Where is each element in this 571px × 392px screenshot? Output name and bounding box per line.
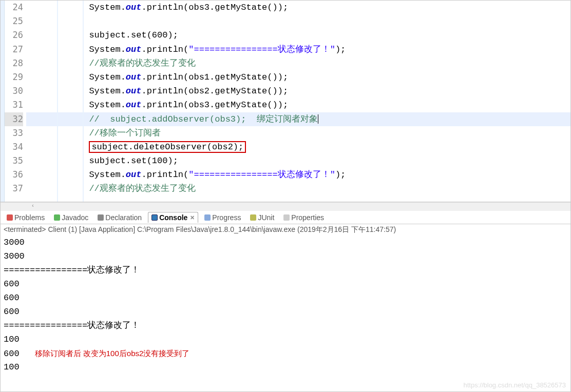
highlighted-code-box: subject.deleteObserver(obs2);: [89, 141, 246, 153]
code-token: subject.set(100);: [89, 156, 178, 166]
code-line[interactable]: //观察者的状态发生了变化: [26, 56, 570, 70]
line-number: 35: [5, 154, 23, 168]
code-token: //观察者的状态发生了变化: [89, 184, 195, 193]
text-cursor: [318, 114, 318, 124]
line-number: 36: [5, 168, 23, 182]
code-area[interactable]: System.out.println(obs3.getMyState()); s…: [26, 1, 570, 202]
line-number: 33: [5, 126, 23, 140]
views-tab-bar[interactable]: ProblemsJavadocDeclarationConsole✕Progre…: [1, 211, 570, 224]
line-number: 25: [5, 14, 23, 28]
code-line[interactable]: subject.set(100);: [26, 154, 570, 168]
code-token: .println(obs1.getMyState());: [141, 72, 288, 82]
code-token: );: [335, 45, 346, 54]
tab-label: Properties: [291, 213, 324, 222]
code-token: "================状态修改了！": [188, 170, 335, 180]
code-token: // subject.addObserver(obs3); 绑定订阅者对象: [89, 114, 317, 124]
console-line: ================状态修改了！: [4, 319, 570, 332]
props-icon: [283, 214, 290, 221]
line-number: 27: [5, 43, 23, 56]
code-token: .println(: [141, 170, 188, 180]
console-line: 100: [4, 332, 570, 346]
code-line[interactable]: System.out.println(obs2.getMyState());: [26, 84, 570, 98]
code-token: );: [335, 170, 346, 180]
code-token: .println(obs2.getMyState());: [141, 86, 288, 96]
line-number: 26: [5, 28, 23, 42]
console-line: 600: [4, 305, 570, 319]
code-line[interactable]: subject.set(600);: [26, 28, 570, 42]
tab-declaration[interactable]: Declaration: [94, 212, 145, 223]
code-line[interactable]: [26, 14, 570, 28]
tab-problems[interactable]: Problems: [4, 212, 48, 223]
code-line[interactable]: subject.deleteObserver(obs2);: [26, 140, 570, 154]
code-token: System.: [89, 72, 125, 82]
tab-junit[interactable]: JUnit: [247, 212, 277, 223]
tab-label: Javadoc: [62, 213, 88, 222]
code-token: "================状态修改了！": [188, 45, 335, 54]
code-token: subject.set(600);: [89, 30, 178, 40]
code-token: .println(: [141, 45, 188, 54]
code-token: //移除一个订阅者: [89, 128, 160, 138]
progress-icon: [204, 214, 211, 221]
code-line[interactable]: System.out.println("================状态修改…: [26, 43, 570, 56]
code-token: out: [126, 72, 142, 82]
tab-label: Console: [159, 213, 187, 222]
console-output[interactable]: 30003000================状态修改了！600600600=…: [1, 236, 570, 374]
tab-progress[interactable]: Progress: [201, 212, 244, 223]
code-token: System.: [89, 170, 125, 180]
code-line[interactable]: System.out.println("================状态修改…: [26, 168, 570, 182]
console-line: 3000: [4, 249, 570, 263]
line-number-gutter: 2425262728293031323334353637: [5, 1, 26, 202]
code-token: System.: [89, 45, 125, 54]
tab-label: JUnit: [258, 213, 274, 222]
tab-properties[interactable]: Properties: [280, 212, 327, 223]
watermark-text: https://blog.csdn.net/qq_38526573: [464, 381, 566, 389]
code-token: out: [126, 86, 142, 96]
scroll-left-icon[interactable]: ‹: [31, 203, 39, 210]
console-line: 600: [4, 291, 570, 305]
console-icon: [151, 214, 158, 221]
code-line[interactable]: //移除一个订阅者: [26, 126, 570, 140]
line-number: 24: [5, 1, 23, 14]
tab-console[interactable]: Console✕: [148, 212, 198, 223]
code-line[interactable]: System.out.println(obs3.getMyState());: [26, 1, 570, 14]
code-line[interactable]: // subject.addObserver(obs3); 绑定订阅者对象: [26, 112, 570, 126]
console-line: 3000: [4, 236, 570, 249]
code-token: out: [126, 100, 142, 110]
tab-label: Progress: [212, 213, 241, 222]
code-line[interactable]: //观察者的状态发生了变化: [26, 182, 570, 195]
line-number: 28: [5, 56, 23, 70]
code-token: System.: [89, 100, 125, 110]
tab-javadoc[interactable]: Javadoc: [51, 212, 91, 223]
code-token: System.: [89, 3, 125, 12]
junit-icon: [250, 214, 256, 221]
tab-label: Problems: [14, 213, 45, 222]
code-token: subject.deleteObserver(obs2);: [91, 142, 243, 152]
line-number: 37: [5, 182, 23, 195]
decl-icon: [98, 214, 104, 221]
line-number: 29: [5, 70, 23, 84]
horizontal-scrollbar[interactable]: ‹: [1, 202, 570, 211]
code-line[interactable]: System.out.println(obs1.getMyState());: [26, 70, 570, 84]
line-number: 34: [5, 140, 23, 154]
code-line[interactable]: System.out.println(obs3.getMyState());: [26, 98, 570, 112]
line-number: 30: [5, 84, 23, 98]
indent-guide: [83, 1, 84, 202]
line-number: 32: [5, 112, 23, 126]
code-token: .println(obs3.getMyState());: [141, 100, 288, 110]
console-line: 600: [4, 277, 570, 291]
line-number: 31: [5, 98, 23, 112]
close-icon[interactable]: ✕: [190, 214, 195, 221]
console-line: ================状态修改了！: [4, 263, 570, 277]
tab-label: Declaration: [105, 213, 142, 222]
code-token: out: [126, 170, 142, 180]
code-token: .println(obs3.getMyState());: [141, 3, 288, 12]
code-editor[interactable]: 2425262728293031323334353637 System.out.…: [1, 1, 570, 202]
console-line: 100: [4, 360, 570, 374]
editor-left-margin: [1, 1, 5, 202]
code-token: out: [126, 45, 142, 54]
code-token: out: [126, 3, 142, 12]
javadoc-icon: [54, 214, 60, 221]
indent-guide: [57, 1, 58, 202]
console-line: 600移除订阅者后 改变为100后obs2没有接受到了: [4, 346, 570, 360]
problems-icon: [7, 214, 13, 221]
